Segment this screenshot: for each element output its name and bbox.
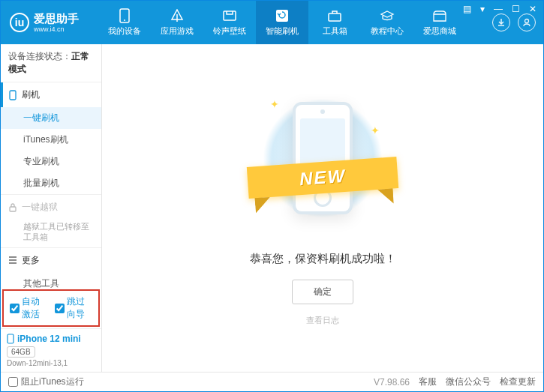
menu-pro-flash[interactable]: 专业刷机 <box>1 151 101 172</box>
wechat-link[interactable]: 微信公众号 <box>446 376 491 388</box>
device-storage: 64GB <box>7 346 35 358</box>
sidebar: 设备连接状态：正常模式 刷机 一键刷机 iTunes刷机 专业刷机 批量刷机 一… <box>1 44 102 372</box>
nav-toolbox[interactable]: 工具箱 <box>308 1 361 44</box>
skip-setup-checkbox[interactable]: 跳过向导 <box>55 295 92 321</box>
success-message: 恭喜您，保资料刷机成功啦！ <box>250 252 396 266</box>
phone-small-icon <box>8 90 17 100</box>
nav-smart-flash[interactable]: 智能刷机 <box>256 1 308 44</box>
version-label: V7.98.66 <box>374 377 410 388</box>
device-firmware: Down-12mini-13,1 <box>7 359 95 367</box>
device-name: iPhone 12 mini <box>17 334 81 344</box>
lock-icon[interactable]: ▾ <box>478 4 487 14</box>
menu-batch-flash[interactable]: 批量刷机 <box>1 172 101 194</box>
grad-cap-icon <box>380 8 395 23</box>
nav-store[interactable]: 爱思商城 <box>413 1 466 44</box>
brand: iu 爱思助手 www.i4.cn <box>1 12 98 34</box>
check-update-link[interactable]: 检查更新 <box>500 376 536 388</box>
apps-icon <box>170 8 185 23</box>
prevent-itunes-checkbox[interactable]: 阻止iTunes运行 <box>8 376 84 388</box>
view-log-link[interactable]: 查看日志 <box>306 315 339 326</box>
auto-activate-checkbox[interactable]: 自动激活 <box>10 295 47 321</box>
menu-icon[interactable]: ▤ <box>461 4 473 14</box>
maximize-icon[interactable]: ☐ <box>509 4 522 14</box>
list-icon <box>8 256 17 264</box>
menu-oneclick-flash[interactable]: 一键刷机 <box>1 107 101 129</box>
device-panel[interactable]: iPhone 12 mini 64GB Down-12mini-13,1 <box>1 328 101 372</box>
svg-point-1 <box>124 19 125 21</box>
nav-apps-games[interactable]: 应用游戏 <box>151 1 203 44</box>
nav-my-device[interactable]: 我的设备 <box>98 1 151 44</box>
lock-icon <box>8 203 17 212</box>
refresh-icon <box>275 8 290 23</box>
svg-rect-7 <box>10 207 16 211</box>
status-bar-footer: 阻止iTunes运行 V7.98.66 客服 微信公众号 检查更新 <box>1 372 543 391</box>
menu-more[interactable]: 更多 <box>1 248 101 273</box>
window-controls: ▤ ▾ — ☐ ✕ <box>461 4 539 14</box>
menu-itunes-flash[interactable]: iTunes刷机 <box>1 129 101 151</box>
options-highlighted: 自动激活 跳过向导 <box>2 289 100 327</box>
menu-flash[interactable]: 刷机 <box>1 82 101 107</box>
svg-rect-8 <box>8 334 14 343</box>
nav-tutorials[interactable]: 教程中心 <box>361 1 413 44</box>
jailbreak-note: 越狱工具已转移至 工具箱 <box>1 220 101 247</box>
title-bar: ▤ ▾ — ☐ ✕ iu 爱思助手 www.i4.cn 我的设备 应用游戏 铃声… <box>1 1 543 44</box>
user-button[interactable] <box>518 13 536 31</box>
svg-rect-2 <box>224 11 236 20</box>
folder-icon <box>222 8 237 23</box>
minimize-icon[interactable]: — <box>491 4 505 14</box>
main-content: ✦ ✦ ✦ NEW 恭喜您，保资料刷机成功啦！ 确定 查看日志 <box>102 44 543 372</box>
app-url: www.i4.cn <box>34 25 79 34</box>
store-icon <box>432 8 447 23</box>
connection-status: 设备连接状态：正常模式 <box>1 44 101 82</box>
customer-service-link[interactable]: 客服 <box>419 376 437 388</box>
main-nav: 我的设备 应用游戏 铃声壁纸 智能刷机 工具箱 教程中心 爱思商城 <box>98 1 492 44</box>
toolbox-icon <box>327 8 342 23</box>
logo-icon: iu <box>10 13 29 32</box>
close-icon[interactable]: ✕ <box>527 4 539 14</box>
ok-button[interactable]: 确定 <box>292 280 353 304</box>
svg-rect-6 <box>10 91 16 100</box>
nav-ringtones[interactable]: 铃声壁纸 <box>203 1 256 44</box>
new-badge: NEW <box>299 165 347 189</box>
download-button[interactable] <box>492 13 510 31</box>
menu-other-tools[interactable]: 其他工具 <box>1 273 101 288</box>
svg-rect-4 <box>329 13 341 21</box>
device-icon <box>7 334 14 344</box>
phone-icon <box>117 8 132 23</box>
success-illustration: ✦ ✦ ✦ NEW <box>263 91 383 241</box>
svg-point-5 <box>525 19 529 23</box>
app-title: 爱思助手 <box>34 12 79 25</box>
menu-jailbreak[interactable]: 一键越狱 <box>1 195 101 220</box>
